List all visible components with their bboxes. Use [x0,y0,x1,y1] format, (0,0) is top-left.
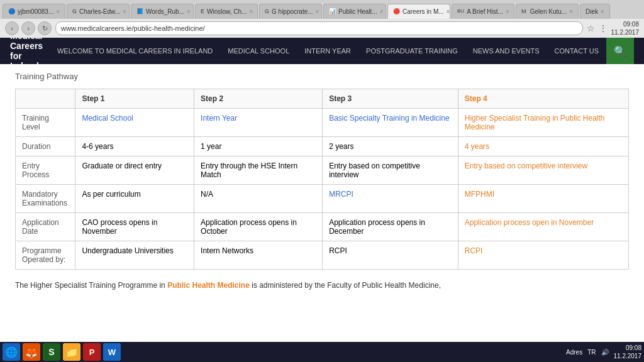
close-icon[interactable]: × [601,8,604,15]
higher-specialist-link[interactable]: Higher Specialist Training in Public Hea… [465,114,605,131]
cell-training-step2: Intern Year [194,109,323,137]
time-display: 09:08 [611,20,640,28]
tab-label: G hippocrate... [272,8,313,15]
tab-gelen[interactable]: M Gelen Kutu... × [516,4,579,19]
header-step1: Step 1 [75,89,194,109]
taskbar-status: Adres [566,349,582,356]
nav-contact[interactable]: CONTACT US [547,38,607,64]
tab-words[interactable]: 📘 Words_Rub... × [131,4,194,19]
cell-entry-step4: Entry based on competitive interview [458,156,628,185]
row-label-programme: ProgrammeOperated by: [16,241,75,270]
table-row: ProgrammeOperated by: Undergraduate Univ… [16,241,629,270]
tab-label: Diek [586,8,598,15]
tab-favicon: E [201,8,204,16]
tab-favicon: G [72,8,77,16]
row-label-exams: MandatoryExaminations [16,185,75,213]
tab-label: yjbm00083... [18,8,53,15]
cell-entry-step3: Entry based on competitive interview [323,156,458,185]
close-icon[interactable]: × [569,8,573,15]
taskbar: 🌐 🦊 S 📁 P W Adres TR 🔊 09:08 11.2.2017 [0,342,644,362]
tab-favicon: 🔴 [393,8,400,16]
close-icon[interactable]: × [506,8,509,15]
taskbar-s-icon[interactable]: S [43,343,60,361]
close-icon[interactable]: × [447,8,450,15]
header-empty [16,89,75,109]
tab-charles[interactable]: G Charles-Edw... × [67,4,130,19]
close-icon[interactable]: × [187,8,191,15]
tab-careers[interactable]: 🔴 Careers in M... × [387,4,450,19]
tab-favicon: BU [457,8,464,16]
cell-duration-step4: 4 years [458,137,628,156]
close-icon[interactable]: × [380,8,384,15]
star-icon[interactable]: ☆ [587,23,595,33]
tab-label: Public Healt... [338,8,377,15]
taskbar-folder-icon[interactable]: 📁 [63,343,80,361]
taskbar-time-display: 09:08 [614,344,642,352]
cell-application-step2: Application process opens in October [194,213,323,241]
nav-medical-school[interactable]: MEDICAL SCHOOL [220,38,297,64]
tab-hippocrates[interactable]: G G hippocrate... × [259,4,322,19]
browser-datetime: 09:08 11.2.2017 [611,20,640,36]
header-step3: Step 3 [323,89,458,109]
taskbar-word-icon[interactable]: W [103,343,121,361]
tab-favicon: G [265,8,269,16]
address-bar-row: ‹ › ↻ www.medicalcareers.ie/public-healt… [0,19,644,38]
nav-welcome[interactable]: WELCOME TO MEDICAL CAREERS IN IRELAND [50,38,220,64]
tab-label: Winslow, Ch... [207,8,247,15]
cell-exams-step2: N/A [194,185,323,213]
tab-label: Gelen Kutu... [530,8,567,15]
menu-icon[interactable]: ⋮ [599,23,608,33]
back-button[interactable]: ‹ [5,21,19,35]
site-logo: Medical Careers for Ireland [10,38,50,71]
close-icon[interactable]: × [249,8,253,15]
cell-exams-step4: MFPHMI [458,185,628,213]
date-display: 11.2.2017 [611,28,640,36]
bottom-text-end: is administered by the Faculty of Public… [252,281,441,290]
taskbar-lang: TR [587,349,596,356]
cell-programme-step4: RCPI [458,241,628,270]
site-nav: Medical Careers for Ireland WELCOME TO M… [0,38,644,64]
bottom-text: The Higher Specialist Training Programme… [15,280,629,291]
basic-specialty-link[interactable]: Basic Specialty Training in Medicine [329,114,449,123]
table-row: TrainingLevel Medical School Intern Year… [16,109,629,137]
tab-overflow[interactable]: Diek × [580,4,610,19]
cell-application-step4: Application process open in November [458,213,628,241]
cell-application-step1: CAO process opens in November [75,213,194,241]
tab-brief-hist[interactable]: BU A Brief Hist... × [452,4,514,19]
reload-button[interactable]: ↻ [38,21,52,35]
cell-training-step1: Medical School [75,109,194,137]
taskbar-powerpoint-icon[interactable]: P [83,343,101,361]
taskbar-firefox-icon[interactable]: 🦊 [23,343,40,361]
tab-favicon: M [521,8,528,16]
row-label-application: ApplicationDate [16,213,75,241]
cell-entry-step1: Graduate or direct entry [75,156,194,185]
search-button[interactable]: 🔍 [606,38,634,64]
close-icon[interactable]: × [56,8,60,15]
mfphmi-link[interactable]: MFPHMI [465,190,494,199]
taskbar-globe-icon[interactable]: 🌐 [3,343,20,361]
intern-year-link[interactable]: Intern Year [201,114,237,123]
mrcpi-link[interactable]: MRCPI [329,190,353,199]
taskbar-clock: 09:08 11.2.2017 [614,344,642,360]
taskbar-volume-icon[interactable]: 🔊 [601,349,609,356]
cell-entry-step2: Entry through the HSE Intern Match [194,156,323,185]
tab-yjbm[interactable]: 🔵 yjbm00083... × [3,4,65,19]
cell-exams-step3: MRCPI [323,185,458,213]
nav-postgraduate[interactable]: POSTGRADUATE TRAINING [358,38,465,64]
nav-intern-year[interactable]: INTERN YEAR [297,38,358,64]
tab-public-health[interactable]: 📊 Public Healt... × [323,4,386,19]
page-content: Training Pathway Step 1 Step 2 Step 3 St… [0,64,644,362]
nav-news[interactable]: NEWS AND EVENTS [465,38,547,64]
forward-button[interactable]: › [21,21,35,35]
medical-school-link[interactable]: Medical School [82,114,133,123]
tab-favicon: 📊 [329,8,336,16]
nav-links: WELCOME TO MEDICAL CAREERS IN IRELAND ME… [50,38,634,64]
close-icon[interactable]: × [316,8,319,15]
tab-winslow[interactable]: E Winslow, Ch... × [195,4,258,19]
pathway-title: Training Pathway [15,72,629,81]
address-bar[interactable]: www.medicalcareers.ie/public-health-medi… [55,21,583,35]
table-row: MandatoryExaminations As per curriculum … [16,185,629,213]
close-icon[interactable]: × [123,8,126,15]
cell-exams-step1: As per curriculum [75,185,194,213]
tab-label: Charles-Edw... [79,8,120,15]
